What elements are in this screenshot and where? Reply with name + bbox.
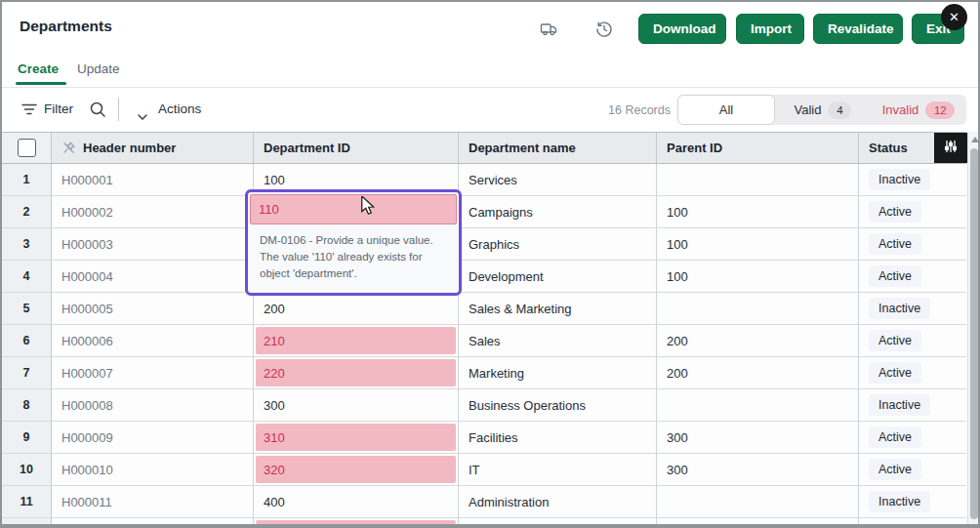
- scrollbar-thumb[interactable]: [970, 148, 978, 519]
- cell-department-id[interactable]: 210: [254, 325, 459, 356]
- cell-department-name[interactable]: Sales: [459, 325, 657, 356]
- column-header-parent-id[interactable]: Parent ID: [657, 133, 859, 163]
- cell-parent-id[interactable]: [657, 518, 859, 526]
- cell-parent-id[interactable]: 300: [657, 454, 859, 485]
- truck-icon[interactable]: [540, 20, 559, 39]
- cell-parent-id[interactable]: [657, 164, 859, 195]
- row-number-cell[interactable]: 4: [2, 261, 52, 292]
- unpin-icon[interactable]: [61, 141, 76, 155]
- segment-all[interactable]: All: [677, 95, 775, 125]
- cell-department-id[interactable]: 400: [254, 486, 459, 517]
- cell-department-name[interactable]: Graphics: [459, 228, 657, 260]
- cell-header-number[interactable]: H000011: [52, 486, 254, 517]
- column-settings-button[interactable]: [934, 133, 967, 163]
- history-icon[interactable]: [594, 20, 614, 39]
- cell-header-number[interactable]: H000005: [52, 293, 254, 324]
- cell-department-name[interactable]: Business Operations: [459, 389, 657, 421]
- cell-parent-id[interactable]: 100: [657, 261, 859, 292]
- cell-status[interactable]: Inactive: [859, 389, 966, 421]
- cell-status[interactable]: Inactive: [859, 293, 966, 324]
- cell-header-number[interactable]: H000006: [52, 325, 254, 356]
- cell-parent-id[interactable]: 100: [657, 228, 859, 260]
- cell-header-number[interactable]: H000002: [52, 196, 254, 227]
- cell-status[interactable]: Active: [859, 228, 966, 260]
- filter-button[interactable]: Filter: [44, 102, 73, 116]
- cell-department-id[interactable]: 320: [254, 454, 459, 485]
- row-number-cell[interactable]: 2: [2, 196, 52, 227]
- segment-invalid[interactable]: Invalid 12: [871, 95, 966, 125]
- cell-parent-id[interactable]: 200: [657, 357, 859, 388]
- column-header-department-name[interactable]: Department name: [459, 133, 657, 163]
- column-header-label: Department name: [469, 141, 576, 155]
- column-header-department-id[interactable]: Department ID: [254, 133, 459, 163]
- vertical-scrollbar[interactable]: [967, 132, 980, 526]
- row-number-cell[interactable]: 1: [2, 164, 52, 195]
- cell-header-number[interactable]: H000007: [52, 357, 254, 388]
- row-number-cell[interactable]: 6: [2, 325, 52, 356]
- cell-status[interactable]: [859, 518, 966, 526]
- close-icon[interactable]: ✕: [941, 4, 967, 30]
- column-header-label: Status: [869, 141, 908, 155]
- cell-status[interactable]: Inactive: [859, 486, 966, 517]
- cell-department-name[interactable]: [459, 518, 657, 526]
- cell-header-number[interactable]: H000008: [52, 389, 254, 421]
- cell-header-number[interactable]: H000010: [52, 454, 254, 485]
- tab-update[interactable]: Update: [77, 61, 120, 76]
- cell-department-name[interactable]: Administration: [459, 486, 657, 517]
- column-header-header-number[interactable]: Header number: [52, 133, 254, 163]
- filter-icon[interactable]: [21, 102, 37, 120]
- cell-parent-id[interactable]: 300: [657, 422, 859, 453]
- cell-department-name[interactable]: Campaigns: [459, 196, 657, 227]
- cell-parent-id[interactable]: [657, 293, 859, 324]
- cell-status[interactable]: Active: [859, 422, 966, 453]
- segment-valid[interactable]: Valid 4: [775, 95, 871, 125]
- select-all-checkbox[interactable]: [18, 139, 36, 157]
- cell-department-id[interactable]: 220: [254, 357, 459, 388]
- download-button[interactable]: Download: [638, 14, 726, 44]
- invalid-cell-highlight[interactable]: 110: [250, 194, 457, 224]
- row-number-cell[interactable]: 9: [2, 422, 52, 453]
- cell-header-number[interactable]: H000004: [52, 261, 254, 292]
- cell-header-number[interactable]: H000009: [52, 422, 254, 453]
- cell-parent-id[interactable]: [657, 486, 859, 517]
- row-number-cell[interactable]: 11: [2, 486, 52, 517]
- actions-button[interactable]: Actions: [158, 102, 201, 116]
- tab-create[interactable]: Create: [18, 61, 59, 76]
- cell-header-number[interactable]: H000003: [52, 228, 254, 260]
- cell-status[interactable]: Active: [859, 454, 966, 485]
- row-number-cell[interactable]: 7: [2, 357, 52, 388]
- cell-status[interactable]: Active: [859, 196, 966, 227]
- cell-header-number[interactable]: [52, 518, 254, 526]
- cell-department-name[interactable]: Development: [459, 261, 657, 292]
- row-number-cell[interactable]: 5: [2, 293, 52, 324]
- scrollbar-up-arrow[interactable]: [971, 137, 979, 142]
- cell-status[interactable]: Inactive: [859, 164, 966, 195]
- chevron-down-icon[interactable]: [138, 106, 147, 124]
- cell-department-id[interactable]: 200: [254, 293, 459, 324]
- row-number-cell[interactable]: [2, 518, 52, 526]
- cell-department-name[interactable]: IT: [459, 454, 657, 485]
- cell-parent-id[interactable]: 100: [657, 196, 859, 227]
- cell-department-name[interactable]: Sales & Marketing: [459, 293, 657, 324]
- cell-department-name[interactable]: Marketing: [459, 357, 657, 388]
- column-header-label: Parent ID: [667, 141, 722, 155]
- cell-department-id[interactable]: 310: [254, 422, 459, 453]
- cell-status[interactable]: Active: [859, 261, 966, 292]
- cell-status[interactable]: Active: [859, 325, 966, 356]
- search-icon[interactable]: [89, 101, 106, 122]
- cell-status[interactable]: Active: [859, 357, 966, 388]
- active-tab-indicator: [16, 82, 66, 85]
- row-number-cell[interactable]: 3: [2, 228, 52, 260]
- revalidate-button[interactable]: Revalidate: [813, 14, 903, 44]
- validation-error-popup: 110 DM-0106 - Provide a unique value. Th…: [245, 189, 462, 296]
- row-number-cell[interactable]: 10: [2, 454, 52, 485]
- import-button[interactable]: Import: [736, 14, 804, 44]
- cell-department-id[interactable]: [254, 518, 459, 526]
- cell-department-id[interactable]: 300: [254, 389, 459, 421]
- cell-header-number[interactable]: H000001: [52, 164, 254, 195]
- cell-parent-id[interactable]: [657, 389, 859, 421]
- cell-department-name[interactable]: Facilities: [459, 422, 657, 453]
- cell-parent-id[interactable]: 200: [657, 325, 859, 356]
- row-number-cell[interactable]: 8: [2, 389, 52, 421]
- cell-department-name[interactable]: Services: [459, 164, 657, 195]
